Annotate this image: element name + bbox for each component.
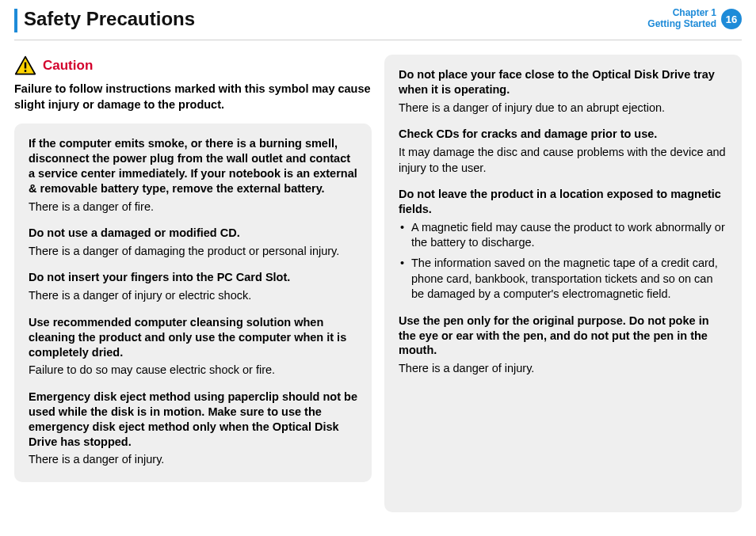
precaution-body: There is a danger of injury. <box>29 452 357 468</box>
precaution-item: If the computer emits smoke, or there is… <box>29 136 357 215</box>
page: Safety Precautions Chapter 1 Getting Sta… <box>0 0 756 536</box>
bullet-item: The information saved on the magnetic ta… <box>399 256 727 302</box>
svg-rect-2 <box>25 70 26 72</box>
precaution-item: Do not use a damaged or modified CD. The… <box>29 226 357 259</box>
precaution-heading: Emergency disk eject method using paperc… <box>29 390 357 449</box>
content-columns: Caution Failure to follow instructions m… <box>14 55 742 512</box>
chapter-line1: Chapter 1 <box>647 8 716 19</box>
right-column: Do not place your face close to the Opti… <box>384 55 742 512</box>
caution-label: Caution <box>43 58 93 74</box>
precaution-item: Do not insert your fingers into the PC C… <box>29 270 357 303</box>
svg-rect-1 <box>25 63 26 69</box>
caution-heading: Caution <box>14 55 372 77</box>
precaution-heading: Use recommended computer cleansing solut… <box>29 315 357 360</box>
accent-bar <box>14 9 17 32</box>
precaution-item: Do not leave the product in a location e… <box>399 187 727 302</box>
precaution-heading: Check CDs for cracks and damage prior to… <box>399 127 727 142</box>
precaution-heading: Do not leave the product in a location e… <box>399 187 727 217</box>
page-header: Safety Precautions Chapter 1 Getting Sta… <box>14 0 742 38</box>
precaution-body: There is a danger of fire. <box>29 200 357 215</box>
precaution-item: Use the pen only for the original purpos… <box>399 314 727 377</box>
precaution-body: There is a danger of injury or electric … <box>29 288 357 304</box>
precaution-bullets: A magnetic field may cause the product t… <box>399 220 727 302</box>
caution-lead: Failure to follow instructions marked wi… <box>14 82 372 112</box>
page-title: Safety Precautions <box>24 8 647 30</box>
warning-triangle-icon <box>14 55 36 77</box>
precaution-heading: Do not place your face close to the Opti… <box>399 67 727 97</box>
left-panel: If the computer emits smoke, or there is… <box>14 124 372 482</box>
chapter-line2: Getting Started <box>647 19 716 30</box>
precaution-item: Do not place your face close to the Opti… <box>399 67 727 116</box>
precaution-heading: If the computer emits smoke, or there is… <box>29 136 357 196</box>
page-number-badge: 16 <box>721 9 742 29</box>
precaution-body: There is a danger of injury due to an ab… <box>399 101 727 116</box>
bullet-item: A magnetic field may cause the product t… <box>399 220 727 251</box>
precaution-body: There is a danger of damaging the produc… <box>29 244 357 260</box>
chapter-block: Chapter 1 Getting Started <box>647 8 716 30</box>
precaution-item: Check CDs for cracks and damage prior to… <box>399 127 727 176</box>
precaution-item: Emergency disk eject method using paperc… <box>29 390 357 468</box>
left-column: Caution Failure to follow instructions m… <box>14 55 372 512</box>
precaution-body: It may damage the disc and cause problem… <box>399 145 727 176</box>
precaution-heading: Do not use a damaged or modified CD. <box>29 226 357 241</box>
precaution-heading: Do not insert your fingers into the PC C… <box>29 270 357 285</box>
precaution-body: Failure to do so may cause electric shoc… <box>29 363 357 378</box>
header-divider <box>14 40 742 40</box>
right-panel: Do not place your face close to the Opti… <box>384 55 742 512</box>
precaution-item: Use recommended computer cleansing solut… <box>29 315 357 378</box>
precaution-heading: Use the pen only for the original purpos… <box>399 314 727 359</box>
precaution-body: There is a danger of injury. <box>399 361 727 377</box>
